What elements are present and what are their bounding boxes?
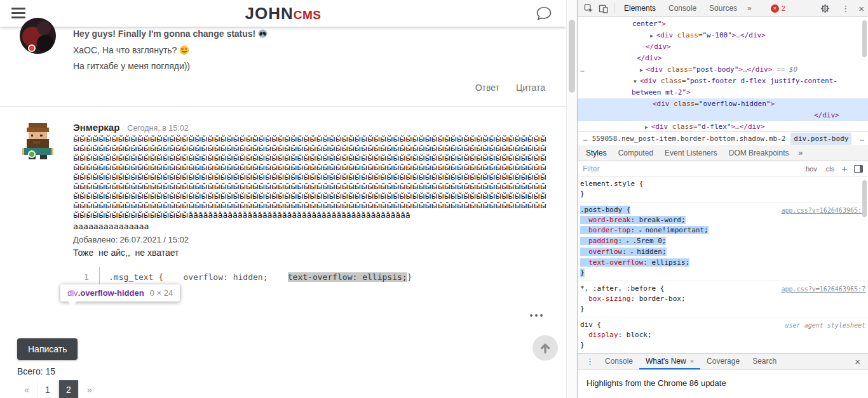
token xyxy=(580,258,588,267)
token: : xyxy=(630,226,639,234)
post1-line1-text: Hey guys! Finally I'm gonna change statu… xyxy=(73,26,255,43)
site-logo[interactable]: JOHNCMS xyxy=(0,0,566,27)
token: .post-body xyxy=(580,206,622,214)
style-rule[interactable]: element.style {} xyxy=(578,176,868,202)
devtools-menu-icon[interactable]: ⋮ xyxy=(841,4,850,13)
author-name[interactable]: Энмеркар xyxy=(73,122,119,133)
settings-gear-icon[interactable] xyxy=(818,4,832,13)
token: overflow xyxy=(588,248,622,256)
post-date: Сегодня, в 15:02 xyxy=(127,124,188,133)
browser-scrollbar[interactable] xyxy=(566,0,578,398)
tree-row[interactable]: </div> xyxy=(578,110,868,121)
pagination-page-2-active[interactable]: 2 xyxy=(59,380,78,398)
added-timestamp: Добавлено: 26.07.2021 / 15:02 xyxy=(73,235,189,244)
token: > xyxy=(661,20,666,28)
scrollbar-thumb[interactable] xyxy=(569,20,575,93)
new-style-rule-icon[interactable]: + xyxy=(841,164,847,173)
devtools-close-icon[interactable]: × xyxy=(858,3,864,14)
tree-row[interactable]: between mt-2"> xyxy=(578,87,868,98)
more-tabs-chevron[interactable]: » xyxy=(743,4,756,13)
styles-scrollbar-thumb[interactable] xyxy=(862,180,867,217)
drawer-tab-coverage[interactable]: Coverage xyxy=(700,354,746,369)
tree-row[interactable]: …▶ <div class="post-body">…</div> == $0 xyxy=(578,64,868,76)
device-toolbar-icon[interactable] xyxy=(596,4,611,13)
dock-sidebar-icon[interactable] xyxy=(854,165,863,173)
devtools-panel: Elements Console Sources » × 2 ⋮ × cente… xyxy=(577,0,868,398)
breadcrumb-overflow-right[interactable]: … xyxy=(860,135,864,143)
style-rule[interactable]: *, :after, :before {app.css?v=1626463965… xyxy=(578,281,868,317)
token: between mt-2" xyxy=(632,88,686,96)
tab-computed[interactable]: Computed xyxy=(613,145,659,161)
post-options-menu-icon[interactable] xyxy=(527,312,545,319)
token: } xyxy=(580,269,585,277)
tab-console[interactable]: Console xyxy=(662,0,703,17)
drawer-tab-search[interactable]: Search xyxy=(746,354,783,369)
drawer-menu-icon[interactable]: ⋮ xyxy=(586,357,594,366)
token: ; xyxy=(681,216,686,224)
tree-row[interactable]: </div> xyxy=(578,53,868,64)
tree-row[interactable]: </div> xyxy=(578,41,868,53)
pagination-page-1[interactable]: 1 xyxy=(38,380,57,398)
tree-row[interactable]: ▶ <div class="w-100">…</div> xyxy=(578,30,868,41)
token: </div> xyxy=(814,111,839,119)
token: <div xyxy=(653,100,670,108)
quote-link[interactable]: Цитата xyxy=(516,83,545,93)
tree-row[interactable]: center"> xyxy=(578,18,868,30)
tree-row[interactable]: ▼ <div class="post-footer d-flex justify… xyxy=(578,76,868,87)
token: : xyxy=(630,216,639,224)
tab-event-listeners[interactable]: Event Listeners xyxy=(659,145,723,161)
pagination-first[interactable]: « xyxy=(17,380,36,398)
token: ▸ xyxy=(639,228,646,234)
sidebar-more-chevron[interactable]: » xyxy=(794,149,806,157)
token: { xyxy=(622,206,630,214)
scroll-to-top-button[interactable] xyxy=(532,335,558,361)
tab-dom-breakpoints[interactable]: DOM Breakpoints xyxy=(723,145,795,161)
devtools-drawer: ⋮ Console What's New × Coverage Search ×… xyxy=(578,353,868,398)
token: break-word xyxy=(639,216,681,224)
avatar-post1[interactable] xyxy=(20,18,56,54)
pagination-last[interactable]: » xyxy=(80,380,99,398)
breadcrumb-overflow-left[interactable]: … xyxy=(581,135,590,143)
error-badge[interactable]: × 2 xyxy=(771,4,785,13)
stylesheet-link[interactable]: app.css?v=1626463965:7 xyxy=(782,206,865,216)
avatar-post2[interactable] xyxy=(20,123,56,159)
chat-bubble-icon[interactable] xyxy=(536,6,552,23)
styles-rules: element.style {}.post-body {app.css?v=16… xyxy=(578,176,868,353)
reply-link[interactable]: Ответ xyxy=(475,83,499,93)
token: == $0 xyxy=(772,65,797,74)
filter-input[interactable]: Filter xyxy=(583,164,600,173)
drawer-tab-whats-new[interactable]: What's New × xyxy=(639,354,700,369)
token: ; xyxy=(681,295,686,303)
class-toggle[interactable]: .cls xyxy=(824,165,835,173)
post-actions: Ответ Цитата xyxy=(475,83,545,93)
style-rule[interactable]: .post-body {app.css?v=1626463965:7 word-… xyxy=(578,202,868,281)
token: .msg_text { xyxy=(109,272,183,282)
hover-state-toggle[interactable]: :hov xyxy=(804,165,817,173)
token: ▶ xyxy=(645,124,651,130)
token: … xyxy=(735,123,740,131)
breadcrumb-selected[interactable]: div.post-body xyxy=(790,133,851,145)
elements-scrollbar-thumb[interactable] xyxy=(862,20,867,57)
post-text-line: ХаОС, На что взглянуть? xyxy=(73,43,268,59)
drawer-tabs: ⋮ Console What's New × Coverage Search × xyxy=(578,354,868,370)
token: { xyxy=(656,284,664,293)
tab-elements[interactable]: Elements xyxy=(618,0,662,17)
tab-sources[interactable]: Sources xyxy=(703,0,743,17)
inspect-element-icon[interactable] xyxy=(581,4,596,13)
token: : xyxy=(622,248,630,256)
tree-row-marker: … xyxy=(580,64,585,76)
garbled-text: ы̆ы̆ы̆ы̆ы̆ы̆ы̆ы̆ы̆ы̆ы̆ы̆ы̆ы̆ы̆ы̆ы̆ы̆ы̆ы̆… xyxy=(73,134,546,220)
tree-row[interactable]: <div class="overflow-hidden"> xyxy=(578,98,868,110)
drawer-tab-console[interactable]: Console xyxy=(599,354,639,369)
token: } xyxy=(407,272,412,282)
stylesheet-link[interactable]: app.css?v=1626463965:7 xyxy=(782,284,865,295)
stylesheet-link[interactable]: user agent stylesheet xyxy=(785,321,865,331)
close-tab-icon[interactable]: × xyxy=(690,354,694,369)
drawer-close-icon[interactable]: × xyxy=(851,356,864,367)
screen: JOHNCMS Hey guys! Finally I'm gonna chan… xyxy=(0,0,868,398)
breadcrumb-parent[interactable]: 559058.new_post-item.border-bottom.shado… xyxy=(590,135,789,143)
token: : xyxy=(643,258,651,267)
style-rule[interactable]: div {user agent stylesheet display: bloc… xyxy=(578,317,868,353)
write-button[interactable]: Написать xyxy=(17,338,78,360)
tab-styles[interactable]: Styles xyxy=(580,145,613,161)
